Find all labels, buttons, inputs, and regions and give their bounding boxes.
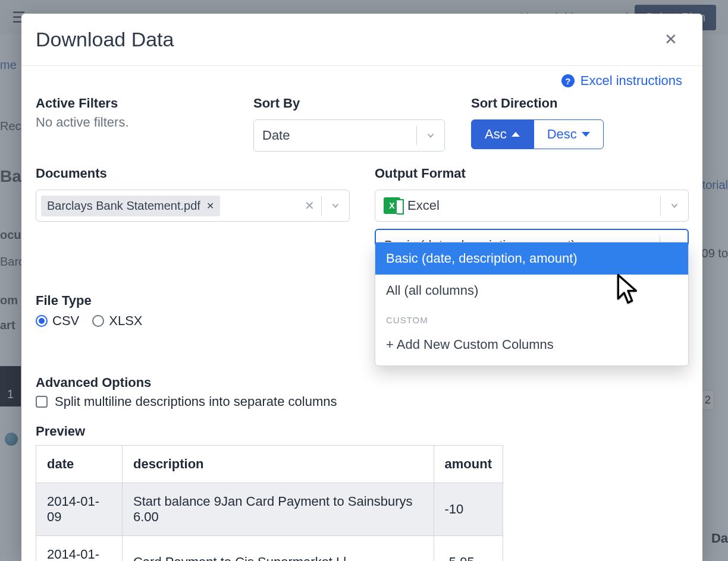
- split-multiline-label: Split multiline descriptions into separa…: [55, 394, 337, 409]
- output-format-select[interactable]: Excel: [375, 190, 689, 222]
- file-type-csv-radio[interactable]: CSV: [36, 313, 79, 329]
- excel-icon: [384, 197, 400, 214]
- excel-instructions-link[interactable]: ? Excel instructions: [561, 73, 682, 89]
- advanced-options-label: Advanced Options: [36, 375, 688, 390]
- download-data-modal: Download Data ✕ ? Excel instructions Act…: [21, 14, 702, 561]
- file-type-csv-label: CSV: [52, 313, 79, 329]
- cell-amount: -10: [434, 483, 503, 536]
- sort-desc-button[interactable]: Desc: [534, 119, 604, 149]
- cell-description: Start balance 9Jan Card Payment to Sains…: [122, 483, 434, 536]
- preview-header-date: date: [36, 446, 123, 483]
- caret-down-icon: [582, 132, 590, 137]
- cell-date: 2014-01-13: [36, 536, 123, 562]
- sort-asc-button[interactable]: Asc: [471, 119, 534, 149]
- preview-label: Preview: [36, 424, 688, 439]
- sort-direction-label: Sort Direction: [471, 96, 688, 111]
- documents-label: Documents: [36, 166, 375, 181]
- sort-by-label: Sort By: [253, 96, 471, 111]
- close-button[interactable]: ✕: [660, 28, 682, 51]
- preview-header-description: description: [122, 446, 434, 483]
- dropdown-group-custom: Custom: [375, 307, 688, 329]
- preview-header-amount: amount: [434, 446, 503, 483]
- radio-unchecked-icon: [92, 315, 104, 327]
- output-format-label: Output Format: [375, 166, 689, 181]
- table-row: 2014-01-13 Card Payment to Cis Supermark…: [36, 536, 503, 562]
- chevron-down-icon: [669, 200, 680, 211]
- file-type-xlsx-radio[interactable]: XLSX: [92, 313, 142, 329]
- file-type-xlsx-label: XLSX: [109, 313, 142, 329]
- excel-instructions-label: Excel instructions: [580, 73, 682, 89]
- active-filters-label: Active Filters: [36, 96, 253, 111]
- clear-all-icon[interactable]: ✕: [305, 198, 315, 213]
- dropdown-option-all[interactable]: All (all columns): [375, 275, 688, 307]
- output-format-value: Excel: [407, 198, 440, 213]
- active-filters-value: No active filters.: [36, 115, 253, 130]
- sort-asc-label: Asc: [485, 127, 507, 142]
- radio-checked-icon: [36, 315, 48, 327]
- sort-desc-label: Desc: [547, 127, 577, 142]
- close-icon: ✕: [664, 30, 677, 48]
- cell-description: Card Payment to Cis Supermarket Ll: [122, 536, 434, 562]
- sort-by-select[interactable]: Date: [253, 119, 445, 152]
- cell-date: 2014-01-09: [36, 483, 123, 536]
- chip-remove-icon[interactable]: ✕: [206, 200, 214, 212]
- document-chip: Barclays Bank Statement.pdf ✕: [41, 196, 220, 216]
- table-row: 2014-01-09 Start balance 9Jan Card Payme…: [36, 483, 503, 536]
- help-icon: ?: [561, 74, 575, 87]
- dropdown-option-basic[interactable]: Basic (date, description, amount): [375, 242, 688, 275]
- cell-amount: -5.95: [434, 536, 503, 562]
- dropdown-option-add-custom[interactable]: + Add New Custom Columns: [375, 329, 688, 361]
- chevron-down-icon: [330, 200, 341, 211]
- caret-up-icon: [512, 132, 520, 137]
- sort-by-value: Date: [262, 128, 290, 143]
- preview-table: date description amount 2014-01-09 Start…: [36, 445, 503, 561]
- chevron-down-icon: [425, 130, 436, 141]
- documents-select[interactable]: Barclays Bank Statement.pdf ✕ ✕: [36, 190, 350, 222]
- document-chip-label: Barclays Bank Statement.pdf: [47, 199, 200, 213]
- split-multiline-checkbox[interactable]: [36, 396, 48, 408]
- column-template-dropdown: Basic (date, description, amount) All (a…: [375, 242, 689, 366]
- modal-title: Download Data: [36, 28, 174, 51]
